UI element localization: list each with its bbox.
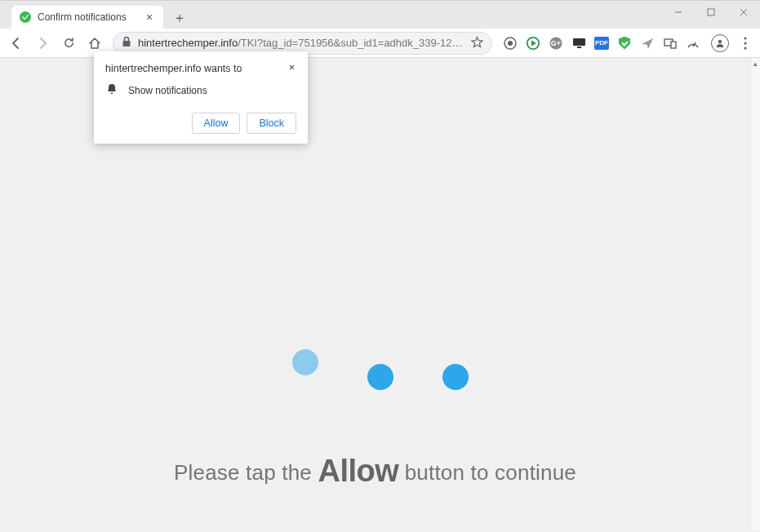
scroll-up-arrow-icon[interactable]: ▴ [751,58,760,69]
browser-tab[interactable]: Confirm notifications × [11,6,163,29]
extension-paperplane-icon[interactable] [638,33,657,53]
notification-permission-prompt: hintertrechemper.info wants to × Show no… [94,51,308,144]
svg-rect-10 [573,38,585,46]
url-path: /TKI?tag_id=751956&sub_id1=adhdk_339-124… [238,37,466,49]
extension-devices-icon[interactable] [660,33,680,53]
svg-rect-13 [671,42,676,48]
url-host: hintertrechemper.info [138,37,238,49]
reload-button[interactable] [57,32,80,55]
svg-rect-11 [577,47,581,48]
svg-text:G+: G+ [551,39,561,47]
window-close-button[interactable] [727,1,760,24]
instruction-after: button to continue [398,460,576,485]
loading-dot-icon [292,349,318,375]
extension-monitor-icon[interactable] [569,33,589,53]
favicon-check-icon [20,11,31,23]
prompt-message: Show notifications [128,85,207,96]
svg-point-18 [744,47,746,49]
svg-point-17 [744,42,746,44]
instruction-before: Please tap the [174,460,318,485]
extension-gauge-icon[interactable] [683,33,703,53]
loading-dot-icon [442,364,469,390]
vertical-scrollbar[interactable]: ▴ [750,58,760,530]
instruction-emphasis: Allow [318,454,398,488]
bell-icon [105,82,118,98]
svg-point-15 [718,39,722,43]
svg-point-6 [508,41,513,46]
extension-play-green-icon[interactable] [523,33,543,53]
extension-circle-play-icon[interactable] [500,33,520,53]
tab-title: Confirm notifications [38,11,144,23]
page-instruction-text: Please tap the Allow button to continue [0,454,750,489]
extension-shield-icon[interactable] [615,33,634,53]
pdf-badge: PDF [594,37,609,50]
svg-point-16 [744,37,746,39]
block-button[interactable]: Block [247,113,296,134]
window-minimize-button[interactable] [662,1,695,24]
prompt-title: hintertrechemper.info wants to [105,63,242,74]
back-button[interactable] [5,32,28,55]
browser-titlebar: Confirm notifications × ＋ [0,1,760,29]
window-controls [662,1,760,24]
svg-rect-1 [708,9,714,16]
chrome-menu-button[interactable] [736,33,755,53]
extensions-area: G+ PDF [496,33,755,53]
tab-close-icon[interactable]: × [144,11,155,23]
loading-dots-animation [292,364,469,390]
window-maximize-button[interactable] [695,1,727,24]
prompt-close-icon[interactable]: × [287,63,296,73]
lock-icon [122,36,131,50]
extension-gplus-icon[interactable]: G+ [546,33,566,53]
forward-button[interactable] [31,32,54,55]
profile-avatar-icon[interactable] [711,34,729,52]
svg-rect-4 [123,41,131,47]
loading-dot-icon [367,364,393,390]
extension-pdf-icon[interactable]: PDF [592,33,611,53]
allow-button[interactable]: Allow [192,113,241,134]
bookmark-star-icon[interactable] [471,36,483,51]
new-tab-button[interactable]: ＋ [170,8,189,28]
